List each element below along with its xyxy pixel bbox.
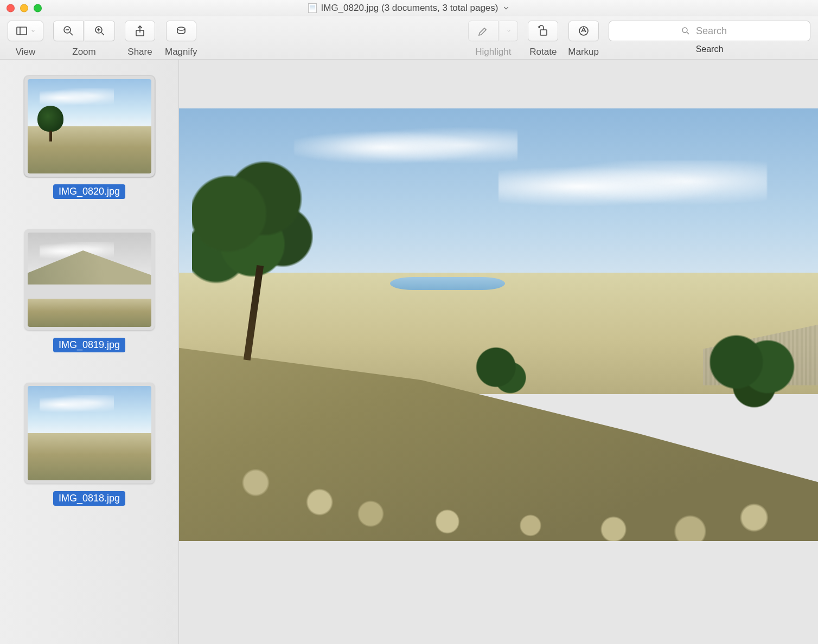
search-group: Search [609,21,810,54]
window-titlebar: IMG_0820.jpg (3 documents, 3 total pages… [0,0,818,16]
svg-rect-11 [540,30,547,35]
share-icon [133,24,146,37]
thumbnail-frame[interactable] [24,383,155,484]
document-icon [308,3,317,13]
close-window-button[interactable] [7,4,15,12]
magnify-group: Magnify [165,21,197,57]
thumbnail-filename[interactable]: IMG_0820.jpg [53,184,125,199]
thumbnail-image [28,386,151,480]
thumbnail-sidebar[interactable]: IMG_0820.jpg IMG_0819.jpg IMG_0818.jpg [0,60,179,644]
markup-icon [577,24,590,37]
minimize-window-button[interactable] [20,4,28,12]
zoom-out-icon [62,24,75,37]
rotate-label: Rotate [529,47,557,57]
zoom-window-button[interactable] [34,4,42,12]
svg-point-14 [682,28,687,33]
chevron-down-icon [506,28,512,34]
share-label: Share [127,47,152,57]
highlight-button[interactable] [468,21,499,41]
svg-line-6 [101,33,104,35]
view-button[interactable] [8,21,43,41]
svg-line-3 [70,33,73,35]
thumbnail-image [28,79,151,173]
magnify-label: Magnify [165,47,197,57]
search-icon [681,26,691,36]
rotate-group: Rotate [528,21,558,57]
highlight-group: Highlight [468,21,518,57]
markup-group: Markup [568,21,599,57]
svg-line-15 [687,32,689,34]
search-label: Search [696,44,724,54]
window-title-text: IMG_0820.jpg (3 documents, 3 total pages… [321,3,499,14]
thumbnail-filename[interactable]: IMG_0818.jpg [53,491,125,506]
markup-label: Markup [568,47,599,57]
share-group: Share [125,21,155,57]
highlight-dropdown-button[interactable] [500,21,518,41]
toolbar: View Zoom Share Magnify [0,16,818,60]
window-title[interactable]: IMG_0820.jpg (3 documents, 3 total pages… [308,3,510,14]
search-field[interactable] [609,21,810,41]
view-label: View [16,47,36,57]
content-area: IMG_0820.jpg IMG_0819.jpg IMG_0818.jpg [0,60,818,644]
zoom-in-button[interactable] [85,21,115,41]
search-input[interactable] [695,25,738,37]
image-viewer[interactable] [179,60,818,644]
chevron-down-icon [30,28,36,34]
svg-rect-0 [17,27,27,35]
thumbnail-frame[interactable] [24,229,155,330]
highlighter-icon [477,24,490,37]
rotate-icon [536,24,549,37]
thumbnail-frame[interactable] [24,76,155,177]
thumbnail-filename[interactable]: IMG_0819.jpg [53,338,125,352]
view-group: View [8,21,43,57]
zoom-in-icon [93,24,106,37]
magnify-button[interactable] [166,21,196,41]
sidebar-view-icon [15,24,28,37]
main-image [179,108,818,541]
zoom-group: Zoom [53,21,115,57]
share-button[interactable] [125,21,155,41]
thumbnail-item[interactable]: IMG_0819.jpg [16,229,162,352]
chevron-down-icon [502,4,510,12]
thumbnail-item[interactable]: IMG_0820.jpg [16,76,162,199]
thumbnail-image [28,233,151,327]
highlight-label: Highlight [475,47,511,57]
svg-point-10 [177,27,185,30]
traffic-lights [7,4,42,12]
thumbnail-item[interactable]: IMG_0818.jpg [16,383,162,506]
magnify-icon [175,24,188,37]
zoom-label: Zoom [72,47,95,57]
rotate-button[interactable] [528,21,558,41]
markup-button[interactable] [568,21,599,41]
zoom-out-button[interactable] [53,21,84,41]
